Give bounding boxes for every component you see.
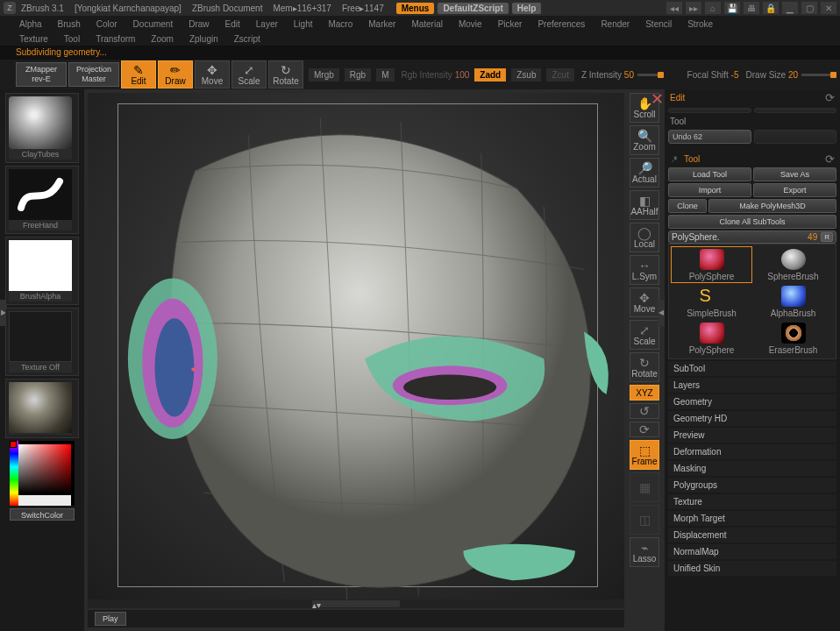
rotate-mode-button[interactable]: ↻Rotate xyxy=(268,60,303,89)
tool-item-spherebrush[interactable]: SphereBrush xyxy=(753,247,833,282)
color-picker[interactable] xyxy=(10,441,75,506)
menu-stroke[interactable]: Stroke xyxy=(682,18,718,30)
local-button[interactable]: ◯Local xyxy=(630,223,659,252)
zoom-button[interactable]: 🔍Zoom xyxy=(630,125,659,155)
undo-hist-button[interactable] xyxy=(668,108,751,113)
menu-texture[interactable]: Texture xyxy=(14,33,53,45)
xyz-button[interactable]: XYZ xyxy=(630,385,659,401)
make-polymesh-button[interactable]: Make PolyMesh3D xyxy=(708,199,836,213)
tool-name-row[interactable]: PolySphere. 49 R xyxy=(668,230,836,244)
r-toggle[interactable]: R xyxy=(821,232,833,242)
tool-item-simplebrush[interactable]: ЅSimpleBrush xyxy=(672,284,751,319)
accordion-morph-target[interactable]: Morph Target xyxy=(668,511,836,526)
menu-light[interactable]: Light xyxy=(288,18,318,30)
save-as-button[interactable]: Save As xyxy=(753,167,836,181)
menu-zplugin[interactable]: Zplugin xyxy=(184,33,224,45)
printer-icon[interactable]: 🖶 xyxy=(744,2,759,14)
pin-icon[interactable]: ⭷ xyxy=(670,154,679,164)
accordion-subtool[interactable]: SubTool xyxy=(668,361,836,376)
cycle2-icon[interactable]: ⟳ xyxy=(825,152,835,166)
play-button[interactable]: Play xyxy=(95,612,126,626)
clone-all-subtools-button[interactable]: Clone All SubTools xyxy=(668,215,836,229)
material-preview[interactable] xyxy=(9,382,72,433)
sv-gradient[interactable] xyxy=(18,444,71,493)
accordion-displacement[interactable]: Displacement xyxy=(668,528,836,542)
viewport[interactable] xyxy=(88,93,624,606)
accordion-normalmap[interactable]: NormalMap xyxy=(668,544,836,559)
draw-size-slider[interactable]: Draw Size 20 xyxy=(746,70,836,80)
z-intensity-slider[interactable]: Z Intensity 50 xyxy=(581,70,664,80)
texture-preview[interactable] xyxy=(9,311,72,362)
aahalf-button[interactable]: ◧AAHalf xyxy=(630,190,659,220)
projection-master-button[interactable]: Projection Master xyxy=(68,62,119,87)
menu-picker[interactable]: Picker xyxy=(493,18,528,30)
accordion-deformation[interactable]: Deformation xyxy=(668,444,836,459)
accordion-geometry[interactable]: Geometry xyxy=(668,394,836,409)
maximize-icon[interactable]: ▢ xyxy=(801,2,817,14)
m-toggle[interactable]: M xyxy=(376,68,394,82)
frame-button[interactable]: ⬚Frame xyxy=(630,440,659,470)
rgb-toggle[interactable]: Rgb xyxy=(345,68,371,82)
menu-brush[interactable]: Brush xyxy=(53,18,86,30)
accordion-layers[interactable]: Layers xyxy=(668,378,836,393)
menu-transform[interactable]: Transform xyxy=(90,33,140,45)
arrow-right-icon[interactable]: ▸▸ xyxy=(686,2,701,14)
color-swatch[interactable] xyxy=(18,495,71,506)
focal-shift-slider[interactable]: Focal Shift -5 xyxy=(687,70,739,80)
timeline-bar[interactable]: ▴▾ xyxy=(88,599,624,608)
undo-button[interactable]: Undo 62 xyxy=(668,130,751,144)
actual-button[interactable]: 🔎Actual xyxy=(630,158,659,188)
tool-item-polysphere[interactable]: PolySphere xyxy=(672,247,751,282)
accordion-geometry-hd[interactable]: Geometry HD xyxy=(668,411,836,426)
switch-color-button[interactable]: SwitchColor xyxy=(10,508,75,521)
zadd-toggle[interactable]: Zadd xyxy=(474,68,506,82)
accordion-masking[interactable]: Masking xyxy=(668,461,836,476)
stroke-preview[interactable] xyxy=(9,169,72,220)
tool-item-eraserbrush[interactable]: EraserBrush xyxy=(753,321,833,356)
close-icon[interactable]: ✕ xyxy=(821,2,836,14)
zcut-toggle[interactable]: Zcut xyxy=(546,68,573,82)
scale-mode-button[interactable]: ⤢Scale xyxy=(231,60,267,89)
brush-preview[interactable] xyxy=(9,96,72,149)
menu-draw[interactable]: Draw xyxy=(183,18,214,30)
accordion-unified-skin[interactable]: Unified Skin xyxy=(668,561,836,576)
arrow-left-icon[interactable]: ◂◂ xyxy=(666,2,682,14)
tool-panel-header[interactable]: ⭷Tool ⟳ xyxy=(668,151,836,167)
accordion-preview[interactable]: Preview xyxy=(668,428,836,443)
menu-render[interactable]: Render xyxy=(595,18,635,30)
accordion-polygroups[interactable]: Polygroups xyxy=(668,478,836,493)
rotate-view-button[interactable]: ↻Rotate xyxy=(630,352,659,382)
grid-button[interactable]: ▦ xyxy=(630,472,659,502)
alpha-preview[interactable] xyxy=(9,240,72,291)
menu-zscript[interactable]: Zscript xyxy=(229,33,266,45)
timeline-handle-icon[interactable]: ▴▾ xyxy=(312,600,400,607)
scale-view-button[interactable]: ⤢Scale xyxy=(630,320,659,350)
export-button[interactable]: Export xyxy=(753,183,836,197)
menu-zoom[interactable]: Zoom xyxy=(146,33,179,45)
menu-stencil[interactable]: Stencil xyxy=(640,18,677,30)
menu-movie[interactable]: Movie xyxy=(453,18,488,30)
lock-icon[interactable]: 🔒 xyxy=(763,2,779,14)
redo-button[interactable] xyxy=(754,130,837,144)
menu-edit[interactable]: Edit xyxy=(220,18,246,30)
cycle-icon[interactable]: ⟳ xyxy=(825,91,835,104)
persp-button[interactable]: ◫ xyxy=(630,505,659,535)
zsub-toggle[interactable]: Zsub xyxy=(511,68,541,82)
right-tray-handle[interactable] xyxy=(658,300,665,326)
accordion-texture[interactable]: Texture xyxy=(668,494,836,509)
move-mode-button[interactable]: ✥Move xyxy=(195,60,230,89)
menu-color[interactable]: Color xyxy=(91,18,123,30)
zscript-button[interactable]: DefaultZScript xyxy=(438,3,508,14)
menu-tool[interactable]: Tool xyxy=(59,33,85,45)
zmapper-button[interactable]: ZMapper rev-E xyxy=(16,62,67,87)
import-button[interactable]: Import xyxy=(668,183,751,197)
home-icon[interactable]: ⌂ xyxy=(705,2,721,14)
lasso-button[interactable]: ⌁Lasso xyxy=(630,537,659,567)
edit-mode-button[interactable]: ✎Edit xyxy=(121,60,156,89)
menu-layer[interactable]: Layer xyxy=(251,18,283,30)
move-view-button[interactable]: ✥Move xyxy=(630,287,659,317)
menu-document[interactable]: Document xyxy=(128,18,179,30)
axis-y-button[interactable]: ↺ xyxy=(630,403,659,419)
minimize-icon[interactable]: ▁ xyxy=(782,2,798,14)
edit-panel-header[interactable]: Edit⟳ xyxy=(668,89,836,106)
